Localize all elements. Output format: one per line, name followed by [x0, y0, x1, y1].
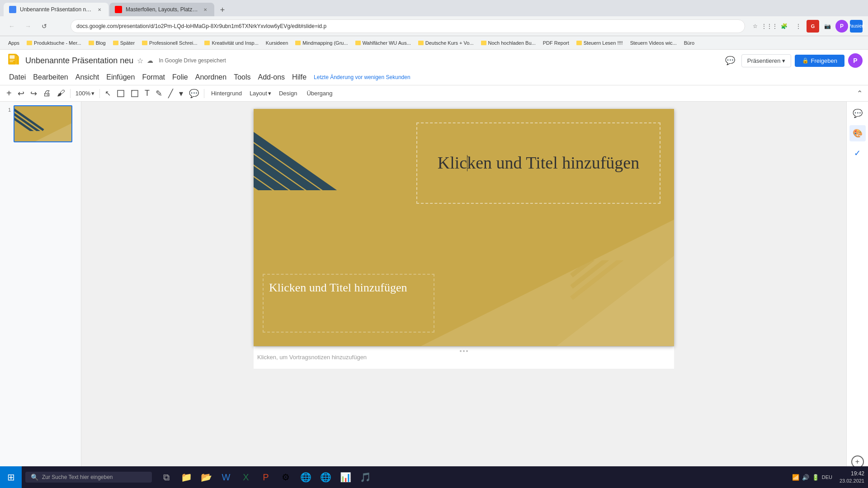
bookmark-professionell[interactable]: Professionell Schrei...	[139, 39, 200, 47]
select-tool[interactable]	[114, 88, 127, 99]
subtitle-placeholder-text[interactable]: Klicken und Titel hinzufügen	[269, 280, 407, 296]
bookmark-wahlfaecher[interactable]: Wahlfächer WU Aus...	[353, 39, 414, 47]
settings-icon[interactable]: ⋮	[792, 20, 805, 33]
menu-bearbeiten[interactable]: Bearbeiten	[29, 71, 71, 83]
forward-button[interactable]: →	[22, 20, 34, 33]
pen-tool[interactable]: ✎	[153, 87, 165, 100]
right-panel-theme-icon[interactable]: 🎨	[849, 125, 866, 141]
google-apps-icon[interactable]: ⋮⋮⋮	[763, 20, 776, 33]
folder-icon	[204, 41, 210, 45]
bookmark-steuern-lesen[interactable]: Steuern Lesen !!!!	[574, 39, 626, 47]
taskbar-app-powerpoint[interactable]: P	[257, 468, 275, 486]
new-tab-button[interactable]: +	[216, 4, 229, 16]
paint-format-button[interactable]: 🖌	[54, 87, 68, 100]
start-button[interactable]: ⊞	[0, 466, 22, 488]
taskbar-app-chrome[interactable]: 🌐	[297, 468, 315, 486]
redo-button[interactable]: ↪	[28, 87, 40, 100]
taskbar-app-excel[interactable]: X	[237, 468, 255, 486]
subtitle-placeholder[interactable]: Klicken und Titel hinzufügen	[263, 274, 434, 333]
menu-anordnen[interactable]: Anordnen	[192, 71, 230, 83]
zoom-selector[interactable]: 100% ▾	[73, 88, 97, 99]
line-tool[interactable]: ╱	[165, 87, 176, 100]
right-panel-comment-icon[interactable]: 💬	[849, 105, 866, 122]
bookmark-mindmapping[interactable]: Mindmapping (Gru...	[292, 39, 350, 47]
bookmark-steuern-videos[interactable]: Steuern Videos wic...	[627, 39, 679, 47]
bookmark-kreativitaet[interactable]: Kreativität und Insp...	[202, 39, 261, 47]
bookmark-spaeter[interactable]: Später	[110, 39, 137, 47]
screenshot-icon[interactable]: 📷	[821, 20, 834, 33]
background-button[interactable]: Hintergrund	[207, 88, 246, 99]
undo-button[interactable]: ↩	[15, 87, 27, 100]
tab-1[interactable]: Unbenannte Präsentation neu ... ✕	[4, 3, 108, 16]
bookmark-produktsuche[interactable]: Produktsuche - Mer...	[24, 39, 84, 47]
design-button[interactable]: Design	[274, 88, 302, 99]
title-placeholder-text[interactable]: Klicken und Titel hinzufügen	[438, 153, 639, 174]
menu-datei[interactable]: Datei	[5, 71, 29, 83]
comment-button[interactable]: 💬	[722, 53, 738, 68]
star-icon[interactable]: ☆	[137, 56, 143, 65]
bookmark-apps[interactable]: Apps	[5, 39, 22, 47]
bookmark-kursideen[interactable]: Kursideen	[263, 39, 291, 47]
taskbar-app-settings[interactable]: ⚙	[277, 468, 295, 486]
menu-tools[interactable]: Tools	[230, 71, 254, 83]
back-button[interactable]: ←	[5, 20, 18, 33]
translate-icon[interactable]: G	[807, 20, 819, 33]
right-panel: 💬 🎨 ✓ +	[846, 102, 868, 472]
battery-icon[interactable]: 🔋	[812, 474, 819, 481]
tab-2-close[interactable]: ✕	[202, 6, 209, 13]
bookmark-buero[interactable]: Büro	[681, 39, 697, 47]
extensions-icon[interactable]: 🧩	[778, 20, 790, 33]
network-icon[interactable]: 📶	[792, 474, 799, 481]
tab-1-close[interactable]: ✕	[96, 6, 103, 13]
slides-logo[interactable]	[5, 52, 22, 69]
user-avatar[interactable]: P	[835, 20, 848, 33]
right-panel-check-icon[interactable]: ✓	[849, 145, 866, 161]
text-tool[interactable]: T	[142, 87, 152, 100]
bookmark-hochladen[interactable]: Noch hochladen Bu...	[478, 39, 538, 47]
pause-btn[interactable]: Pausiert	[850, 20, 863, 33]
menu-format[interactable]: Format	[138, 71, 169, 83]
menu-folie[interactable]: Folie	[169, 71, 192, 83]
url-bar[interactable]: docs.google.com/presentation/d/1o2Pm-LQd…	[71, 19, 745, 33]
menu-einfuegen[interactable]: Einfügen	[103, 71, 138, 83]
add-button[interactable]: +	[4, 86, 14, 100]
taskbar-app-word[interactable]: W	[217, 468, 235, 486]
folder-icon	[89, 41, 94, 45]
cursor-tool[interactable]: ↖	[102, 87, 113, 99]
user-avatar-slides[interactable]: P	[848, 53, 863, 68]
bookmark-blog[interactable]: Blog	[86, 39, 108, 47]
last-edit-link[interactable]: Letzte Änderung vor wenigen Sekunden	[314, 74, 410, 80]
menu-ansicht[interactable]: Ansicht	[72, 71, 103, 83]
title-placeholder[interactable]: Klicken und Titel hinzufügen	[416, 122, 660, 204]
menu-addons[interactable]: Add-ons	[255, 71, 289, 83]
comment-tool[interactable]: 💬	[186, 87, 202, 100]
taskbar-app-taskview[interactable]: ⧉	[157, 468, 175, 486]
taskbar-app-edge[interactable]: 🌐	[316, 468, 335, 486]
menu-hilfe[interactable]: Hilfe	[288, 71, 310, 83]
share-button[interactable]: 🔒 Freigeben	[795, 55, 844, 67]
refresh-button[interactable]: ↺	[38, 20, 51, 33]
print-button[interactable]: 🖨	[40, 87, 54, 100]
tab-2[interactable]: Masterfolien, Layouts, Platzhalte... ✕	[109, 3, 214, 16]
bookmark-star[interactable]: ☆	[749, 20, 761, 33]
bookmark-pdf[interactable]: PDF Report	[540, 39, 572, 47]
volume-icon[interactable]: 🔊	[802, 474, 809, 481]
slide-thumbnail-1[interactable]	[14, 105, 72, 142]
more-shapes[interactable]: ▾	[176, 87, 186, 100]
shape-tool[interactable]	[128, 88, 142, 99]
transition-button[interactable]: Übergang	[302, 88, 337, 99]
layout-button[interactable]: Layout ▾	[247, 88, 274, 99]
taskbar-time[interactable]: 19:42 23.02.2021	[840, 470, 864, 484]
taskbar-app-explorer[interactable]: 📁	[177, 468, 195, 486]
collapse-toolbar-button[interactable]: ⌃	[855, 87, 864, 99]
taskbar-app-explorer2[interactable]: 📂	[197, 468, 215, 486]
bookmark-deutsche[interactable]: Deutsche Kurs + Vo...	[415, 39, 476, 47]
slides-filename[interactable]: Unbenannte Präsentation neu	[25, 56, 133, 66]
present-button[interactable]: Präsentieren ▾	[741, 54, 792, 67]
taskbar-app-music[interactable]: 🎵	[356, 468, 374, 486]
notes-input[interactable]: Klicken, um Vortragsnotizen hinzuzufügen	[257, 354, 670, 361]
share-label: Freigeben	[811, 57, 837, 64]
zoom-arrow-icon: ▾	[91, 90, 94, 97]
taskbar-search[interactable]: 🔍 Zur Suche Text hier eingeben	[25, 472, 152, 483]
taskbar-app-mail[interactable]: 📊	[336, 468, 354, 486]
